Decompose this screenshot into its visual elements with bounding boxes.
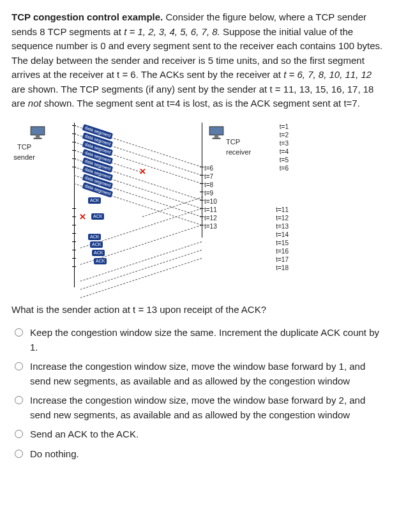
segment-lost-icon: ✕ bbox=[139, 167, 146, 176]
problem-title: TCP congestion control example. bbox=[11, 11, 163, 22]
tcp-diagram: TCP sender TCP receiver t=1 t=2 t=3 t=4 … bbox=[37, 119, 292, 291]
option-1-radio[interactable] bbox=[15, 328, 23, 337]
option-4-radio[interactable] bbox=[15, 430, 23, 438]
answer-options: Keep the congestion window size the same… bbox=[11, 326, 388, 461]
option-3-radio[interactable] bbox=[15, 396, 23, 404]
option-5-radio[interactable] bbox=[15, 450, 23, 458]
sender-computer-icon bbox=[29, 125, 46, 139]
ack-lost-icon: ✕ bbox=[79, 213, 86, 221]
option-5[interactable]: Do nothing. bbox=[11, 447, 388, 462]
option-2[interactable]: Increase the congestion window size, mov… bbox=[11, 360, 388, 388]
sender-label: TCP sender bbox=[10, 142, 38, 163]
svg-rect-2 bbox=[34, 137, 42, 139]
option-4[interactable]: Send an ACK to the ACK. bbox=[11, 427, 388, 442]
option-1[interactable]: Keep the congestion window size the same… bbox=[11, 326, 388, 354]
option-5-label[interactable]: Do nothing. bbox=[30, 447, 388, 462]
question-prompt: What is the sender action at t = 13 upon… bbox=[11, 303, 388, 317]
option-3-label[interactable]: Increase the congestion window size, mov… bbox=[30, 393, 388, 422]
option-2-radio[interactable] bbox=[15, 362, 23, 370]
option-4-label[interactable]: Send an ACK to the ACK. bbox=[30, 427, 388, 442]
problem-statement: TCP congestion control example. Consider… bbox=[11, 10, 388, 111]
option-2-label[interactable]: Increase the congestion window size, mov… bbox=[30, 360, 388, 388]
option-3[interactable]: Increase the congestion window size, mov… bbox=[11, 393, 388, 422]
option-1-label[interactable]: Keep the congestion window size the same… bbox=[30, 326, 388, 354]
svg-rect-1 bbox=[36, 135, 40, 137]
svg-rect-0 bbox=[31, 126, 45, 135]
